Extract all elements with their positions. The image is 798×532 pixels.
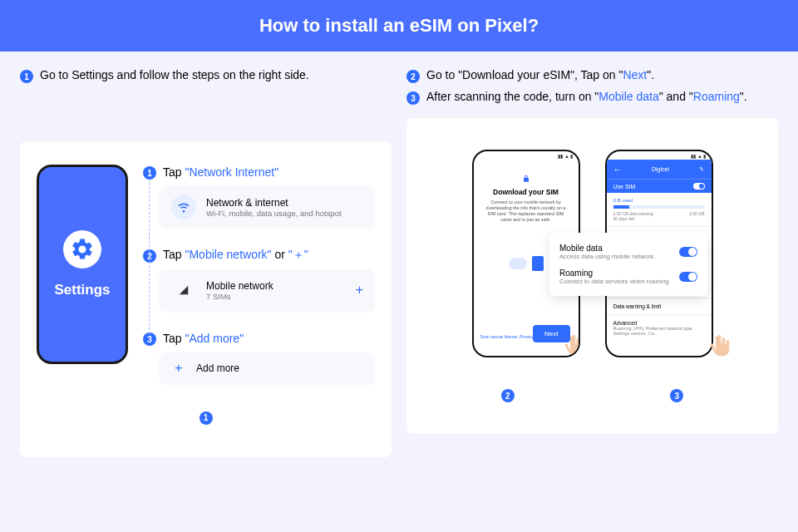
hand-pointer-icon-2 [707,332,732,361]
add-plus-icon: + [171,361,186,376]
mobile-data-sub: Access data using mobile network [559,253,653,260]
step-2-text: Tap "Mobile network" or "＋" [163,248,308,263]
network-internet-card[interactable]: Network & internet Wi-Fi, mobile, data u… [160,186,375,228]
step-1-text: Tap "Network Internet" [163,165,278,179]
download-sim-title: Download your SIM [482,188,570,196]
steps-list: 1 Tap "Network Internet" Network & inter… [143,165,375,384]
card1-sub: Wi-Fi, mobile, data usage, and hotspot [206,209,342,218]
data-usage-bar [613,205,705,209]
page-title: How to install an eSIM on Pixel? [0,0,798,52]
status-bar: ▮▮ ▲ ▮ [474,151,579,160]
roaming-row[interactable]: RoamingConnect to data services when roa… [559,264,697,289]
card2-sub: 7 SIMs [206,292,273,301]
sim-icon [532,256,544,271]
settings-phone-mock: Settings [37,165,128,364]
intro-step-1: 1 Go to Settings and follow the steps on… [20,68,392,118]
panel-foot-2: 2 [501,389,515,402]
data-usage-section: 0 B used 2.00 GB data warning2.00 GB 30 … [607,193,712,226]
roaming-title: Roaming [559,268,669,278]
carrier-name: Digicel [652,166,669,172]
card1-title: Network & internet [206,197,342,209]
signal-icon [171,278,196,303]
intro-text-3: After scanning the code, turn on "Mobile… [426,90,747,103]
right-column: 2 Go to "Download your eSIM", Tap on "Ne… [406,68,778,457]
mobile-data-row[interactable]: Mobile dataAccess data using mobile netw… [559,239,697,264]
wifi-icon [171,195,196,219]
card3-title: Add more [196,362,239,374]
back-icon[interactable]: ← [613,165,622,174]
mobile-network-card[interactable]: Mobile network 7 SIMs + [160,269,375,311]
panel-foot-1: 1 [200,411,213,425]
mobile-data-toggle[interactable] [679,247,697,257]
data-warning-row[interactable]: Data warning & limit [607,298,712,314]
roaming-toggle[interactable] [679,272,697,282]
add-more-card[interactable]: + Add more [160,352,375,384]
badge-1: 1 [20,70,33,83]
step-3-text: Tap "Add more" [163,332,244,345]
intro-step-2: 2 Go to "Download your eSIM", Tap on "Ne… [406,68,778,83]
panel-foot-3: 3 [670,389,683,402]
content: 1 Go to Settings and follow the steps on… [0,52,798,457]
intro-step-3: 3 After scanning the code, turn on "Mobi… [406,90,778,105]
mobile-data-title: Mobile data [559,244,653,253]
step-badge-2: 2 [143,249,156,263]
badge-3: 3 [406,91,420,105]
download-sim-desc: Connect to your mobile network by downlo… [482,200,570,224]
cloud-icon [509,258,527,269]
card2-title: Mobile network [206,280,273,292]
status-bar-3: ▮▮ ▲ ▮ [607,151,712,160]
use-sim-row[interactable]: Use SIM [607,179,712,193]
step-3: 3 Tap "Add more" + Add more [143,331,375,384]
step-2: 2 Tap "Mobile network" or "＋" Mobile net… [143,248,375,311]
intro-text-1: Go to Settings and follow the steps on t… [40,68,309,81]
edit-icon[interactable]: ✎ [699,166,704,173]
settings-label: Settings [54,282,110,298]
gear-icon [63,230,101,268]
use-sim-toggle[interactable] [693,183,705,190]
step-badge-1: 1 [143,166,156,180]
roaming-sub: Connect to data services when roaming [559,278,669,285]
badge-2: 2 [406,70,420,83]
intro-text-2: Go to "Download your eSIM", Tap on "Next… [426,68,654,81]
left-panel: Settings 1 Tap "Network Internet" Networ… [20,141,392,457]
cloud-sim-illustration [501,249,551,278]
data-used-label: 0 B used [613,198,705,203]
right-panel: ▮▮ ▲ ▮ Download your SIM Connect to your… [406,118,778,434]
lock-icon [522,175,530,183]
advanced-row[interactable]: AdvancedRoaming, VPN, Preferred network … [607,314,712,341]
mobile-data-roaming-card: Mobile dataAccess data using mobile netw… [549,233,707,296]
step-1: 1 Tap "Network Internet" Network & inter… [143,165,375,228]
left-column: 1 Go to Settings and follow the steps on… [20,68,392,457]
step-badge-3: 3 [143,332,156,346]
hand-pointer-icon [562,332,580,357]
carrier-header: ←Digicel✎ [607,160,712,179]
plus-icon[interactable]: + [356,283,363,298]
